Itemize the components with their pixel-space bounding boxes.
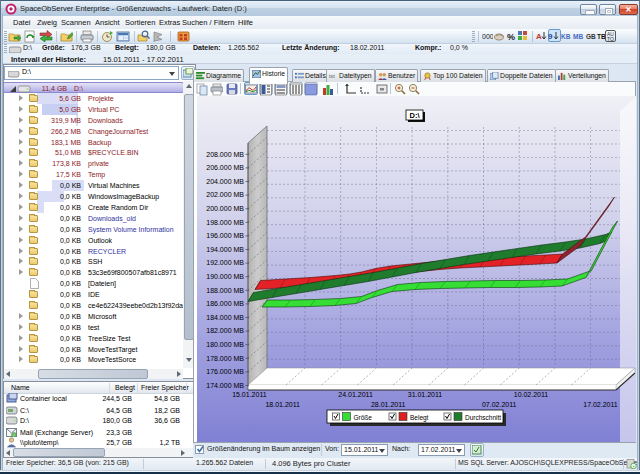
svg-text:188.000 MB: 188.000 MB <box>206 287 244 294</box>
svg-text:10.02.2011: 10.02.2011 <box>514 391 549 398</box>
svg-text:000: 000 <box>482 33 493 40</box>
svg-text:9: 9 <box>548 32 553 41</box>
svg-text:D:\: D:\ <box>410 111 421 120</box>
svg-text:07.02.2011: 07.02.2011 <box>482 401 517 408</box>
svg-text:%: % <box>507 32 515 42</box>
svg-text:206.000 MB: 206.000 MB <box>206 164 244 171</box>
svg-text:A: A <box>536 32 542 41</box>
svg-text:208.000 MB: 208.000 MB <box>206 151 244 158</box>
svg-text:196.000 MB: 196.000 MB <box>206 232 244 239</box>
svg-text:24.01.2011: 24.01.2011 <box>338 391 373 398</box>
svg-text:204.000 MB: 204.000 MB <box>206 178 244 185</box>
svg-text:Durchschnitt: Durchschnitt <box>465 414 501 421</box>
svg-text:184.000 MB: 184.000 MB <box>206 314 244 321</box>
svg-text:180.000 MB: 180.000 MB <box>206 341 244 348</box>
svg-text:15.01.2011: 15.01.2011 <box>232 391 267 398</box>
svg-text:174.000 MB: 174.000 MB <box>206 382 244 389</box>
svg-text:31.01.2011: 31.01.2011 <box>408 391 443 398</box>
svg-text:176.000 MB: 176.000 MB <box>206 368 244 375</box>
svg-text:178.000 MB: 178.000 MB <box>206 355 244 362</box>
svg-text:198.000 MB: 198.000 MB <box>206 219 244 226</box>
svg-text:17.02.2011: 17.02.2011 <box>583 401 618 408</box>
svg-text:200.000 MB: 200.000 MB <box>206 205 244 212</box>
svg-text:192.000 MB: 192.000 MB <box>206 259 244 266</box>
svg-text:202.000 MB: 202.000 MB <box>206 191 244 198</box>
svg-text:186.000 MB: 186.000 MB <box>206 300 244 307</box>
svg-text:Größe: Größe <box>354 414 373 421</box>
svg-text:18.01.2011: 18.01.2011 <box>265 401 300 408</box>
svg-text:Belegt: Belegt <box>410 414 429 422</box>
svg-text:28.01.2011: 28.01.2011 <box>371 401 406 408</box>
svg-text:txt: txt <box>329 73 335 79</box>
svg-text:190.000 MB: 190.000 MB <box>206 273 244 280</box>
svg-text:182.000 MB: 182.000 MB <box>206 327 244 334</box>
svg-text:194.000 MB: 194.000 MB <box>206 246 244 253</box>
